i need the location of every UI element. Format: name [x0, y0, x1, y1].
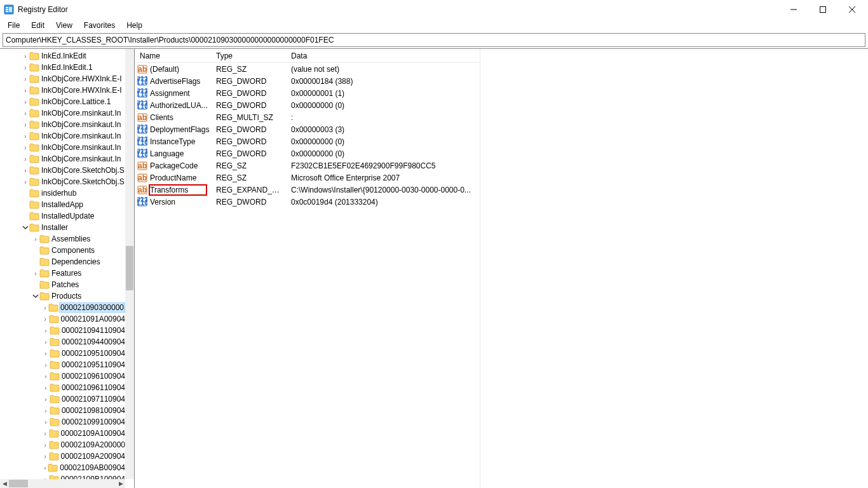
expand-icon[interactable]: › — [22, 75, 29, 83]
tree-scrollbar-horizontal[interactable]: ◀ ▶ — [0, 479, 125, 488]
tree-item[interactable]: ›InkEd.InkEdit — [0, 50, 125, 62]
expand-icon[interactable]: › — [22, 109, 29, 117]
list-row[interactable]: (Default)REG_SZ(value not set) — [135, 63, 480, 75]
list-row[interactable]: PackageCodeREG_SZF2302CB1E5EF02E4692900F… — [135, 159, 480, 172]
list-row[interactable]: VersionREG_DWORD0x0c0019d4 (201333204) — [135, 196, 480, 208]
expand-icon[interactable]: › — [42, 464, 48, 471]
tree-item[interactable]: ›00002109A200904 — [0, 451, 125, 462]
expand-icon[interactable]: › — [42, 372, 50, 380]
column-type[interactable]: Type — [211, 49, 286, 62]
list-row[interactable]: AdvertiseFlagsREG_DWORD0x00000184 (388) — [135, 75, 480, 87]
scroll-left-icon[interactable]: ◀ — [0, 479, 9, 488]
expand-icon[interactable]: › — [42, 418, 50, 426]
tree-item[interactable]: ›000021097110904 — [0, 393, 125, 405]
tree-item[interactable]: insiderhub — [0, 187, 125, 199]
tree-item[interactable]: Dependencies — [0, 256, 125, 268]
expand-icon[interactable]: › — [42, 407, 50, 414]
maximize-button[interactable] — [808, 0, 837, 19]
tree-item[interactable]: ›00002109A100904 — [0, 428, 125, 439]
tree-item[interactable]: ›InkObjCore.msinkaut.In — [0, 153, 125, 165]
tree-item[interactable]: ›InkObjCore.SketchObj.S — [0, 176, 125, 187]
collapse-icon[interactable] — [22, 224, 29, 231]
titlebar[interactable]: Registry Editor — [0, 0, 868, 19]
tree-item[interactable]: ›00002109B100904 — [0, 473, 125, 479]
address-bar[interactable]: Computer\HKEY_CLASSES_ROOT\Installer\Pro… — [3, 33, 865, 47]
scrollbar-thumb[interactable] — [9, 480, 28, 487]
expand-icon[interactable]: › — [42, 452, 49, 460]
expand-icon[interactable]: › — [22, 155, 29, 163]
tree-item[interactable]: ›000021096110904 — [0, 382, 125, 393]
tree-item[interactable]: ›InkEd.InkEdit.1 — [0, 62, 125, 73]
registry-tree[interactable]: ›InkEd.InkEdit›InkEd.InkEdit.1›InkObjCor… — [0, 49, 125, 479]
expand-icon[interactable]: › — [42, 338, 50, 346]
scrollbar-thumb[interactable] — [126, 246, 133, 290]
expand-icon[interactable]: › — [22, 52, 29, 60]
expand-icon[interactable]: › — [42, 441, 49, 449]
tree-item[interactable]: ›00002109A200000 — [0, 439, 125, 451]
tree-item[interactable]: ›InkObjCore.msinkaut.In — [0, 130, 125, 142]
menu-help[interactable]: Help — [121, 20, 147, 31]
menu-file[interactable]: File — [3, 20, 25, 31]
expand-icon[interactable]: › — [42, 327, 50, 334]
expand-icon[interactable]: › — [42, 315, 49, 323]
expand-icon[interactable]: › — [22, 121, 29, 128]
expand-icon[interactable]: › — [42, 395, 50, 403]
tree-item[interactable]: InstalledApp — [0, 199, 125, 210]
tree-item[interactable]: ›InkObjCore.HWXInk.E-I — [0, 73, 125, 85]
expand-icon[interactable]: › — [42, 384, 50, 391]
list-row[interactable]: LanguageREG_DWORD0x00000000 (0) — [135, 147, 480, 159]
tree-scrollbar-vertical[interactable] — [125, 49, 134, 479]
list-row[interactable]: ProductNameREG_SZMicrosoft Office Enterp… — [135, 172, 480, 184]
tree-item[interactable]: ›InkObjCore.Lattice.1 — [0, 96, 125, 107]
expand-icon[interactable]: › — [32, 269, 39, 277]
values-list[interactable]: (Default)REG_SZ(value not set)AdvertiseF… — [135, 63, 480, 208]
tree-item[interactable]: Installer — [0, 222, 125, 233]
expand-icon[interactable]: › — [22, 98, 29, 105]
tree-item[interactable]: ›00002109AB00904 — [0, 462, 125, 473]
column-name[interactable]: Name — [135, 49, 211, 62]
tree-item[interactable]: ›Features — [0, 268, 125, 279]
column-data[interactable]: Data — [286, 49, 480, 62]
expand-icon[interactable]: › — [22, 64, 29, 71]
expand-icon[interactable]: › — [22, 132, 29, 140]
tree-item[interactable]: ›000021094400904 — [0, 336, 125, 348]
tree-item[interactable]: ›000021095100904 — [0, 348, 125, 359]
tree-item[interactable]: ›000021095110904 — [0, 359, 125, 370]
expand-icon[interactable]: › — [42, 430, 49, 437]
list-row[interactable]: ClientsREG_MULTI_SZ: — [135, 111, 480, 123]
tree-item[interactable]: ›InkObjCore.SketchObj.S — [0, 165, 125, 176]
scroll-right-icon[interactable]: ▶ — [116, 479, 125, 488]
list-row[interactable]: InstanceTypeREG_DWORD0x00000000 (0) — [135, 135, 480, 147]
expand-icon[interactable]: › — [22, 144, 29, 151]
expand-icon[interactable]: › — [42, 349, 50, 357]
tree-item[interactable]: ›000021090300000 — [0, 302, 125, 313]
menu-favorites[interactable]: Favorites — [79, 20, 120, 31]
tree-item[interactable]: ›InkObjCore.msinkaut.In — [0, 142, 125, 153]
collapse-icon[interactable] — [32, 292, 39, 300]
list-row[interactable]: TransformsREG_EXPAND_SZC:\Windows\Instal… — [135, 184, 480, 196]
tree-item[interactable]: Components — [0, 245, 125, 256]
expand-icon[interactable]: › — [32, 235, 39, 243]
tree-item[interactable]: ›000021098100904 — [0, 405, 125, 416]
tree-item[interactable]: ›000021099100904 — [0, 416, 125, 428]
tree-item[interactable]: ›InkObjCore.msinkaut.In — [0, 107, 125, 119]
tree-item[interactable]: Patches — [0, 279, 125, 290]
expand-icon[interactable]: › — [22, 86, 29, 94]
expand-icon[interactable]: › — [42, 361, 50, 369]
expand-icon[interactable]: › — [22, 178, 29, 186]
tree-item[interactable]: ›000021094110904 — [0, 325, 125, 336]
tree-item[interactable]: Products — [0, 290, 125, 302]
list-row[interactable]: DeploymentFlagsREG_DWORD0x00000003 (3) — [135, 123, 480, 135]
tree-item[interactable]: ›000021096100904 — [0, 370, 125, 382]
menu-edit[interactable]: Edit — [26, 20, 50, 31]
tree-item[interactable]: ›InkObjCore.msinkaut.In — [0, 119, 125, 130]
close-button[interactable] — [837, 0, 867, 19]
expand-icon[interactable]: › — [22, 166, 29, 174]
menu-view[interactable]: View — [51, 20, 78, 31]
list-row[interactable]: AuthorizedLUA...REG_DWORD0x00000000 (0) — [135, 99, 480, 111]
tree-item[interactable]: ›Assemblies — [0, 233, 125, 245]
list-row[interactable]: AssignmentREG_DWORD0x00000001 (1) — [135, 87, 480, 99]
expand-icon[interactable]: › — [42, 304, 48, 311]
tree-item[interactable]: InstalledUpdate — [0, 210, 125, 222]
tree-item[interactable]: ›InkObjCore.HWXInk.E-I — [0, 85, 125, 96]
